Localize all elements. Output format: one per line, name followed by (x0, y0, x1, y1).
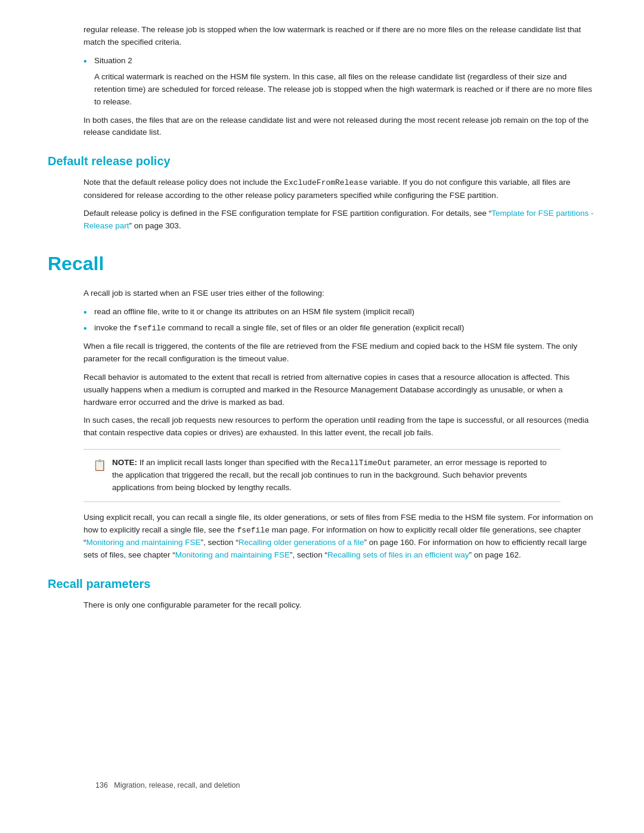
fsefile-code-bullet: fsefile (133, 324, 166, 333)
note-label: NOTE: (112, 458, 137, 467)
recall-bullet-2: invoke the fsefile command to recall a s… (83, 322, 596, 335)
recall-heading: Recall (48, 249, 596, 279)
footer-text: Migration, release, recall, and deletion (114, 781, 240, 789)
recall-params-body: There is only one configurable parameter… (83, 599, 596, 612)
monitoring-link2[interactable]: Monitoring and maintaining FSE (175, 550, 290, 559)
default-release-para1: Note that the default release policy doe… (83, 176, 596, 202)
recall-params-heading: Recall parameters (48, 575, 596, 593)
default-release-para2: Default release policy is defined in the… (83, 208, 596, 233)
page-footer: 136 Migration, release, recall, and dele… (95, 780, 240, 791)
recalling-older-link[interactable]: Recalling older generations of a file (239, 538, 364, 547)
recall-para2: Recall behavior is automated to the exte… (83, 371, 596, 409)
footer-page: 136 (95, 781, 108, 789)
note-icon: 📋 (93, 457, 106, 474)
recall-timeout-code: RecallTimeOut (331, 459, 391, 467)
recalling-sets-link[interactable]: Recalling sets of files in an efficient … (327, 550, 469, 559)
note-content: NOTE: If an implicit recall lasts longer… (112, 457, 551, 494)
recall-para1: When a file recall is triggered, the con… (83, 340, 596, 366)
recall-intro: A recall job is started when an FSE user… (83, 287, 596, 300)
default-release-heading: Default release policy (48, 152, 596, 171)
recall-explicit-para: Using explicit recall, you can recall a … (83, 512, 596, 562)
situation2-body: A critical watermark is reached on the H… (94, 71, 596, 109)
fsefile-code-explicit: fsefile (237, 526, 270, 535)
intro-para1: regular release. The release job is stop… (83, 24, 596, 49)
note-box: 📋 NOTE: If an implicit recall lasts long… (83, 449, 561, 502)
recall-para3: In such cases, the recall job requests n… (83, 414, 596, 439)
recall-bullet-1: read an offline file, write to it or cha… (83, 306, 596, 318)
both-cases-para: In both cases, the files that are on the… (83, 114, 596, 140)
monitoring-link1[interactable]: Monitoring and maintaining FSE (86, 538, 201, 547)
situation2-label: Situation 2 (94, 56, 132, 65)
exclude-from-release-code: ExcludeFromRelease (284, 178, 367, 187)
